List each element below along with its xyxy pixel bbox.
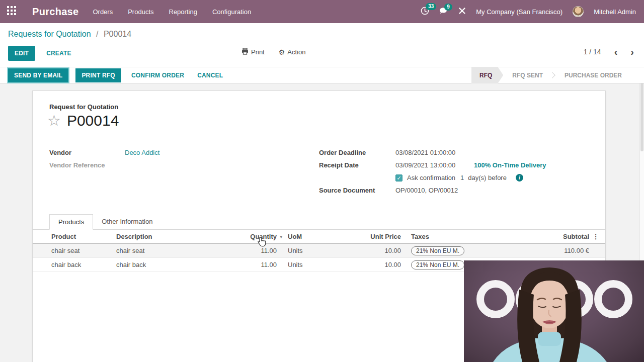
- cell-quantity: 11.00: [244, 261, 277, 268]
- ask-confirmation-label: Ask confirmation: [407, 174, 455, 182]
- tab-products[interactable]: Products: [49, 214, 93, 230]
- print-rfq-button[interactable]: PRINT RFQ: [75, 68, 121, 82]
- breadcrumb-parent-link[interactable]: Requests for Quotation: [8, 30, 91, 38]
- ask-confirmation-days-value[interactable]: 1: [460, 174, 464, 182]
- vendor-value-link[interactable]: Deco Addict: [125, 149, 159, 156]
- pager: 1 / 14 ‹ ›: [584, 48, 634, 56]
- nav-item-reporting[interactable]: Reporting: [169, 8, 197, 16]
- control-panel-buttons: EDIT CREATE: [8, 46, 73, 61]
- receipt-date-label: Receipt Date: [319, 161, 395, 169]
- nav-right-cluster: 33 9 My Company (San Francisco) Mitchell…: [421, 6, 644, 17]
- header-description[interactable]: Description: [116, 233, 244, 240]
- control-panel-tools: Print ⚙ Action: [242, 48, 305, 56]
- messages-badge: 9: [444, 4, 452, 11]
- messages-button[interactable]: 9: [439, 7, 448, 17]
- gear-icon: ⚙: [279, 49, 285, 56]
- cell-description: chair seat: [116, 247, 244, 254]
- field-group-left: Vendor Deco Addict Vendor Reference: [49, 146, 291, 171]
- top-navbar: Purchase Orders Products Reporting Confi…: [0, 0, 644, 23]
- cell-subtotal: 110.00 €: [486, 247, 589, 254]
- header-quantity[interactable]: Quantity: [244, 233, 277, 240]
- stage-rfq[interactable]: RFQ: [471, 67, 503, 83]
- activities-badge: 33: [426, 3, 436, 10]
- breadcrumb-current: P00014: [104, 30, 131, 38]
- user-menu[interactable]: [573, 6, 584, 17]
- print-button[interactable]: Print: [242, 48, 265, 56]
- breadcrumb-separator: /: [96, 30, 98, 38]
- control-panel: Requests for Quotation / P00014 EDIT CRE…: [0, 23, 644, 67]
- scrollbar-thumb[interactable]: [640, 76, 643, 151]
- stage-purchase-order[interactable]: PURCHASE ORDER: [555, 67, 631, 83]
- app-title[interactable]: Purchase: [32, 6, 78, 18]
- source-document-value: OP/00010, OP/00012: [395, 187, 458, 194]
- notebook-tabs: Products Other Information: [33, 214, 605, 230]
- cell-uom: Units: [282, 247, 312, 254]
- statusbar-buttons: SEND BY EMAIL PRINT RFQ CONFIRM ORDER CA…: [0, 68, 226, 82]
- confirm-order-button[interactable]: CONFIRM ORDER: [128, 68, 187, 82]
- header-subtotal[interactable]: Subtotal: [486, 233, 589, 240]
- nav-menu: Orders Products Reporting Configuration: [93, 8, 251, 16]
- nav-item-products[interactable]: Products: [128, 8, 153, 16]
- cell-unit-price: 10.00: [312, 247, 401, 254]
- cell-uom: Units: [282, 261, 312, 268]
- favorite-star-icon[interactable]: ☆: [47, 113, 61, 128]
- doc-type-label: Request for Quotation: [49, 103, 118, 111]
- cancel-button[interactable]: CANCEL: [194, 68, 226, 82]
- tax-badge: 21% Non EU M.: [411, 246, 464, 255]
- order-deadline-value: 03/08/2021 01:00:00: [395, 149, 455, 156]
- printer-icon: [242, 48, 249, 56]
- vendor-reference-row: Vendor Reference: [49, 159, 291, 171]
- cell-description: chair back: [116, 261, 244, 268]
- info-icon: i: [516, 174, 523, 182]
- on-time-delivery-link[interactable]: 100% On-Time Delivery: [474, 161, 546, 169]
- stage-pipeline: RFQ RFQ SENT PURCHASE ORDER: [471, 67, 631, 83]
- table-header-row: Product Description Quantity ▾ UoM Unit …: [33, 230, 605, 244]
- cell-unit-price: 10.00: [312, 261, 401, 268]
- breadcrumb: Requests for Quotation / P00014: [8, 30, 131, 39]
- tutorial-video-overlay[interactable]: [464, 260, 644, 362]
- crossed-tools-icon: [458, 7, 466, 16]
- tax-badge: 21% Non EU M.: [411, 260, 464, 269]
- cell-product: chair back: [51, 261, 116, 268]
- ask-confirmation-row: ✓ Ask confirmation 1 day(s) before i: [319, 171, 591, 184]
- ask-confirmation-suffix: day(s) before: [468, 174, 507, 182]
- activities-button[interactable]: 33: [421, 7, 429, 17]
- pager-next-icon[interactable]: ›: [630, 48, 634, 55]
- table-row[interactable]: chair seat chair seat 11.00 Units 10.00 …: [33, 244, 605, 258]
- title-row: ☆ P00014: [47, 112, 119, 129]
- pager-previous-icon[interactable]: ‹: [614, 48, 618, 55]
- user-name[interactable]: Mitchell Admin: [594, 8, 636, 16]
- source-document-label: Source Document: [319, 187, 395, 194]
- nav-item-orders[interactable]: Orders: [93, 8, 113, 16]
- stage-rfq-sent[interactable]: RFQ SENT: [503, 67, 552, 83]
- presenter: [464, 260, 644, 362]
- header-product[interactable]: Product: [51, 233, 116, 240]
- nav-item-configuration[interactable]: Configuration: [212, 8, 251, 16]
- edit-button[interactable]: EDIT: [8, 46, 35, 61]
- order-deadline-label: Order Deadline: [319, 149, 395, 156]
- debug-tools-button[interactable]: [458, 7, 466, 16]
- action-label: Action: [287, 48, 305, 56]
- sort-caret-icon[interactable]: ▾: [277, 230, 282, 244]
- apps-grid-icon: [7, 6, 16, 17]
- vendor-row: Vendor Deco Addict: [49, 146, 291, 159]
- header-unit-price[interactable]: Unit Price: [312, 233, 401, 240]
- action-button[interactable]: ⚙ Action: [279, 48, 306, 56]
- field-group-right: Order Deadline 03/08/2021 01:00:00 Recei…: [319, 146, 591, 197]
- company-switcher[interactable]: My Company (San Francisco): [476, 8, 562, 16]
- tab-other-information[interactable]: Other Information: [93, 214, 161, 230]
- column-options-icon[interactable]: ⋮: [589, 233, 602, 240]
- create-button[interactable]: CREATE: [44, 46, 73, 61]
- apps-menu-button[interactable]: [0, 6, 23, 17]
- receipt-date-row: Receipt Date 03/09/2021 13:00:00 100% On…: [319, 159, 591, 171]
- pager-counter: 1 / 14: [584, 48, 601, 56]
- header-taxes[interactable]: Taxes: [411, 233, 486, 240]
- header-uom[interactable]: UoM: [282, 233, 312, 240]
- vendor-reference-label: Vendor Reference: [49, 161, 125, 169]
- send-by-email-button[interactable]: SEND BY EMAIL: [8, 68, 68, 82]
- cell-product: chair seat: [51, 247, 116, 254]
- doc-name: P00014: [67, 112, 119, 129]
- order-deadline-row: Order Deadline 03/08/2021 01:00:00: [319, 146, 591, 159]
- cell-quantity: 11.00: [244, 247, 277, 254]
- ask-confirmation-checkbox[interactable]: ✓: [395, 174, 403, 182]
